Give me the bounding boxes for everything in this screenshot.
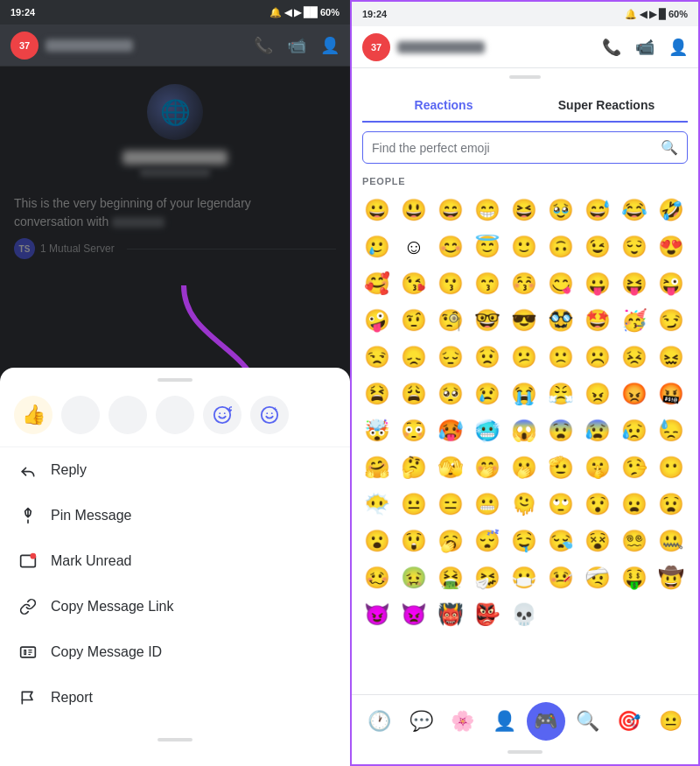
tab-icon-search[interactable]: 🔍: [568, 702, 606, 741]
emoji-cell[interactable]: 😔: [432, 339, 469, 376]
emoji-cell[interactable]: 😡: [616, 376, 653, 412]
menu-item-copy-id[interactable]: Copy Message ID: [0, 629, 350, 675]
emoji-cell[interactable]: 😉: [579, 228, 616, 265]
emoji-cell[interactable]: 😈: [359, 596, 396, 633]
emoji-cell[interactable]: 🤓: [469, 302, 506, 339]
emoji-cell[interactable]: 🫡: [542, 449, 579, 486]
right-profile-icon[interactable]: 👤: [668, 38, 688, 57]
emoji-cell[interactable]: 😫: [359, 376, 396, 412]
emoji-cell[interactable]: 😧: [653, 486, 690, 523]
emoji-cell[interactable]: 🤬: [653, 376, 690, 412]
emoji-cell[interactable]: 🤕: [579, 559, 616, 596]
reaction-4[interactable]: [156, 396, 194, 434]
right-video-icon[interactable]: 📹: [635, 38, 654, 57]
tab-icon-chat[interactable]: 💬: [402, 702, 440, 741]
emoji-cell[interactable]: 😷: [506, 559, 542, 596]
emoji-cell[interactable]: 🤤: [506, 523, 542, 559]
tab-super-reactions[interactable]: Super Reactions: [525, 89, 688, 121]
emoji-cell[interactable]: 🫢: [506, 449, 542, 486]
emoji-cell[interactable]: 🤧: [469, 559, 506, 596]
reaction-2[interactable]: [61, 396, 100, 434]
emoji-cell[interactable]: 🙃: [542, 228, 579, 265]
emoji-cell[interactable]: 😁: [469, 192, 506, 228]
emoji-cell[interactable]: 😇: [469, 228, 506, 265]
emoji-cell[interactable]: 😰: [579, 412, 616, 449]
emoji-cell[interactable]: 😵‍💫: [616, 523, 653, 559]
emoji-cell[interactable]: 🥴: [359, 559, 396, 596]
emoji-cell[interactable]: 😶: [653, 449, 690, 486]
tab-icon-recent[interactable]: 🕐: [360, 702, 399, 741]
emoji-cell[interactable]: 🙂: [506, 228, 542, 265]
emoji-cell[interactable]: 😌: [616, 228, 653, 265]
emoji-cell[interactable]: 😭: [506, 376, 542, 412]
emoji-cell[interactable]: 🙄: [542, 486, 579, 523]
emoji-cell[interactable]: 😲: [396, 523, 432, 559]
emoji-cell[interactable]: 😶‍🌫️: [359, 486, 396, 523]
emoji-cell[interactable]: 😆: [506, 192, 542, 228]
menu-item-report[interactable]: Report: [0, 675, 350, 720]
emoji-cell[interactable]: 🫠: [506, 486, 542, 523]
emoji-cell[interactable]: 🤭: [469, 449, 506, 486]
emoji-cell[interactable]: 😢: [469, 376, 506, 412]
right-call-icon[interactable]: 📞: [602, 38, 621, 57]
emoji-cell[interactable]: 🥺: [432, 376, 469, 412]
emoji-cell[interactable]: 🤔: [396, 449, 432, 486]
menu-item-copy-link[interactable]: Copy Message Link: [0, 584, 350, 629]
emoji-cell[interactable]: 😊: [432, 228, 469, 265]
emoji-cell[interactable]: 😨: [542, 412, 579, 449]
video-icon[interactable]: 📹: [287, 36, 306, 55]
emoji-cell[interactable]: 😙: [469, 265, 506, 302]
emoji-cell[interactable]: 😩: [396, 376, 432, 412]
emoji-cell[interactable]: 💀: [506, 596, 542, 633]
emoji-cell[interactable]: 😕: [506, 339, 542, 376]
emoji-cell[interactable]: 😃: [396, 192, 432, 228]
emoji-cell[interactable]: 😄: [432, 192, 469, 228]
add-reaction-button[interactable]: +: [250, 396, 289, 434]
call-icon[interactable]: 📞: [254, 36, 273, 55]
tab-reactions[interactable]: Reactions: [362, 89, 525, 123]
emoji-cell[interactable]: 😳: [396, 412, 432, 449]
emoji-cell[interactable]: 😟: [469, 339, 506, 376]
emoji-cell[interactable]: 😠: [579, 376, 616, 412]
emoji-cell[interactable]: 😓: [653, 412, 690, 449]
menu-item-mark-unread[interactable]: Mark Unread: [0, 538, 350, 584]
emoji-cell[interactable]: 🤩: [579, 302, 616, 339]
hamburger-menu[interactable]: 37: [10, 32, 38, 60]
tab-icon-symbols[interactable]: 😐: [651, 702, 690, 741]
emoji-cell[interactable]: 😅: [579, 192, 616, 228]
emoji-cell[interactable]: 🥵: [432, 412, 469, 449]
emoji-cell[interactable]: 🙁: [542, 339, 579, 376]
tab-icon-activities[interactable]: 🎮: [527, 702, 565, 741]
profile-icon[interactable]: 👤: [320, 36, 340, 55]
emoji-cell[interactable]: 😖: [653, 339, 690, 376]
reaction-thumbsup[interactable]: 👍: [14, 396, 52, 434]
emoji-cell[interactable]: 🤫: [579, 449, 616, 486]
emoji-cell[interactable]: 😮: [359, 523, 396, 559]
emoji-cell[interactable]: 🤠: [653, 559, 690, 596]
tab-icon-travel[interactable]: 🎯: [610, 702, 648, 741]
emoji-search-input[interactable]: [372, 141, 654, 155]
emoji-cell[interactable]: 😗: [432, 265, 469, 302]
emoji-cell[interactable]: 😂: [616, 192, 653, 228]
emoji-cell[interactable]: 😦: [616, 486, 653, 523]
emoji-cell[interactable]: 🤗: [359, 449, 396, 486]
emoji-cell[interactable]: 😒: [359, 339, 396, 376]
emoji-cell[interactable]: 😵: [579, 523, 616, 559]
emoji-cell[interactable]: 👺: [469, 596, 506, 633]
emoji-cell[interactable]: 😪: [542, 523, 579, 559]
emoji-cell[interactable]: 😘: [396, 265, 432, 302]
emoji-cell[interactable]: 😯: [579, 486, 616, 523]
emoji-cell[interactable]: 😤: [542, 376, 579, 412]
emoji-cell[interactable]: 👹: [432, 596, 469, 633]
emoji-cell[interactable]: 😴: [469, 523, 506, 559]
emoji-cell[interactable]: 🤯: [359, 412, 396, 449]
emoji-cell[interactable]: 🤮: [432, 559, 469, 596]
emoji-cell[interactable]: 🤐: [653, 523, 690, 559]
emoji-picker-button[interactable]: [203, 396, 242, 434]
emoji-cell[interactable]: 🤪: [359, 302, 396, 339]
right-hamburger-menu[interactable]: 37: [362, 33, 390, 61]
emoji-cell[interactable]: 🥳: [616, 302, 653, 339]
tab-icon-people[interactable]: 👤: [485, 702, 523, 741]
emoji-cell[interactable]: 🫣: [432, 449, 469, 486]
emoji-cell[interactable]: 😎: [506, 302, 542, 339]
